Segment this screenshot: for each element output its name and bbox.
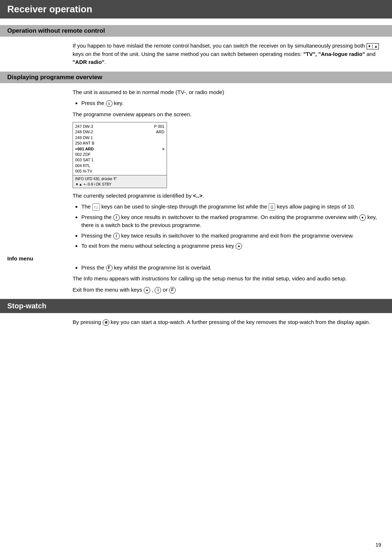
prog-row-6: 002 ZDF	[75, 152, 164, 157]
keys-single-step-text: keys can be used to single-step through …	[101, 203, 269, 210]
prog-row-8: 004 RTL	[75, 163, 164, 169]
info-key-icon: i	[106, 100, 113, 107]
main-title-bar: Receiver operation	[0, 0, 392, 19]
prog-footer-row1: INFO UFD 430, drücke 'F'	[75, 176, 164, 182]
exit-menu-text: Exit from the menu with keys	[73, 287, 142, 293]
info-menu-bullets: Press the F key whilst the programme lis…	[73, 264, 385, 272]
step-keys-icon: ↑↓	[92, 203, 100, 211]
keys-paging-text: keys allow paging in steps of 10.	[277, 203, 355, 210]
stop-watch-key-icon: ⊗	[103, 319, 109, 326]
by-pressing-text: By pressing	[73, 319, 101, 325]
info-menu-exit: Exit from the menu with keys ● , i or F	[73, 286, 385, 294]
prog-num-3: 249 DW 1	[75, 135, 93, 141]
prog-row-3: 249 DW 1	[75, 135, 164, 141]
remote-period: .	[105, 59, 106, 65]
f-key-icon: F	[106, 265, 113, 271]
remote-para-text1: If you happen to have mislaid the remote…	[73, 42, 365, 49]
the-text: The	[81, 203, 92, 210]
section-header-remote: Operation without remote control	[0, 25, 392, 37]
exit-menu-key-icon: ●	[236, 243, 242, 250]
info-key-end: key whilst the programme list is overlai…	[114, 264, 212, 271]
prog-num-8: 004 RTL	[75, 163, 90, 169]
info-menu-content: Press the F key whilst the programme lis…	[0, 264, 392, 294]
prog-overview-content: The unit is assumed to be in normal mode…	[0, 88, 392, 250]
section-heading-prog: Displaying programme overview	[7, 74, 385, 81]
comma-sep: ,	[152, 287, 155, 293]
info-menu-label: Info menu	[7, 255, 33, 262]
prog-num-5: <001 ARD	[75, 146, 94, 152]
stop-watch-para: By pressing ⊗ key you can start a stop-w…	[73, 318, 385, 327]
pressing-i-twice: Pressing the	[81, 232, 113, 239]
bold-adr: "ADR radio"	[73, 59, 105, 65]
section-heading-remote: Operation without remote control	[7, 27, 385, 35]
prog-bullet-once: Pressing the i key once results in switc…	[81, 213, 385, 230]
i-key-icon-twice: i	[113, 233, 120, 239]
prog-right-2: ARD	[156, 129, 164, 135]
arrow-keys-icon: ▼ | ▲	[367, 43, 379, 49]
exit-key-1: ●	[144, 287, 150, 293]
prog-num-7: 003 SAT 1	[75, 157, 94, 163]
section-header-prog: Displaying programme overview	[0, 72, 392, 83]
prog-row-7: 003 SAT 1	[75, 157, 164, 163]
prog-intro: The unit is assumed to be in normal mode…	[73, 88, 385, 97]
prog-row-1: 247 DW-3 P 001	[75, 124, 164, 129]
prog-num-4: 250 ANT B	[75, 141, 94, 146]
prog-right-1: P 001	[154, 124, 164, 129]
prog-num-2: 248 DW-2	[75, 129, 93, 135]
prog-bullet-exit: To exit from the menu without selecting …	[81, 242, 385, 250]
bold-tv: "TV", "Ana-logue radio"	[303, 51, 365, 57]
i-key-icon-once: i	[113, 214, 120, 221]
info-press-text: Press the	[81, 264, 106, 271]
prog-right-5: >	[162, 146, 164, 152]
pressing-i-once: Pressing the	[81, 214, 113, 220]
page-title: Receiver operation	[7, 4, 385, 15]
page-number: 19	[375, 542, 381, 548]
prog-bullet-keys: The ↑↓ keys can be used to single-step t…	[81, 203, 385, 211]
prog-row-2: 248 DW-2 ARD	[75, 129, 164, 135]
prog-appears-text: The programme overview appears on the sc…	[73, 110, 385, 119]
exit-key-3: F	[169, 287, 176, 293]
prog-row-4: 250 ANT B	[75, 141, 164, 146]
remote-content: If you happen to have mislaid the remote…	[0, 42, 392, 66]
prog-list-inner: 247 DW-3 P 001 248 DW-2 ARD 249 DW 1 250…	[73, 122, 167, 175]
stop-watch-heading: Stop-watch	[7, 302, 385, 310]
prog-num-1: 247 DW-3	[75, 124, 93, 129]
press-text: Press the	[81, 100, 106, 106]
prog-num-6: 002 ZDF	[75, 152, 91, 157]
paging-keys-icon: ⟨⟩	[269, 203, 275, 211]
stop-watch-end: key you can start a stop-watch. A furthe…	[111, 319, 370, 325]
info-menu-bullet-1: Press the F key whilst the programme lis…	[81, 264, 385, 272]
identified-text: The currently selected programme is iden…	[73, 192, 385, 200]
prog-row-9: 005 N-TV	[75, 169, 164, 174]
prog-num-9: 005 N-TV	[75, 169, 92, 174]
prog-footer-row2: ▼▲ +- 0-9 i OK STBY	[75, 182, 164, 187]
prog-bullet-twice: Pressing the i key twice results in swit…	[81, 232, 385, 240]
exit-key-icon: ●	[359, 214, 366, 221]
to-exit-text: To exit from the menu without selecting …	[81, 243, 236, 249]
programme-list-box: 247 DW-3 P 001 248 DW-2 ARD 249 DW 1 250…	[73, 122, 167, 188]
prog-bullets: The ↑↓ keys can be used to single-step t…	[73, 203, 385, 250]
twice-text: key twice results in switchover to the m…	[121, 232, 354, 239]
exit-key-2: i	[155, 287, 161, 293]
stop-watch-content: By pressing ⊗ key you can start a stop-w…	[0, 318, 392, 327]
prog-bullet-1: Press the i key.	[81, 99, 385, 108]
stop-watch-header: Stop-watch	[0, 299, 392, 313]
info-menu-label-container: Info menu	[0, 255, 392, 262]
info-menu-para1: The Info menu appears with instructions …	[73, 275, 385, 283]
prog-row-5-selected: <001 ARD >	[75, 146, 164, 152]
remote-para-text2: keys on the front of the unit. Using the…	[73, 51, 303, 57]
prog-footer-info: INFO UFD 430, drücke 'F'	[75, 176, 117, 182]
prog-footer-keys: ▼▲ +- 0-9 i OK STBY	[75, 182, 111, 187]
or-text: or	[163, 287, 170, 293]
prog-bullet-list: Press the i key.	[73, 99, 385, 108]
key-text: key.	[114, 100, 123, 106]
once-text: key once results in switchover to the ma…	[121, 214, 359, 220]
remote-paragraph: If you happen to have mislaid the remote…	[73, 42, 385, 66]
identified-span: The currently selected programme is iden…	[73, 193, 204, 199]
prog-box-footer: INFO UFD 430, drücke 'F' ▼▲ +- 0-9 i OK …	[73, 175, 167, 188]
remote-and: and	[365, 51, 376, 57]
